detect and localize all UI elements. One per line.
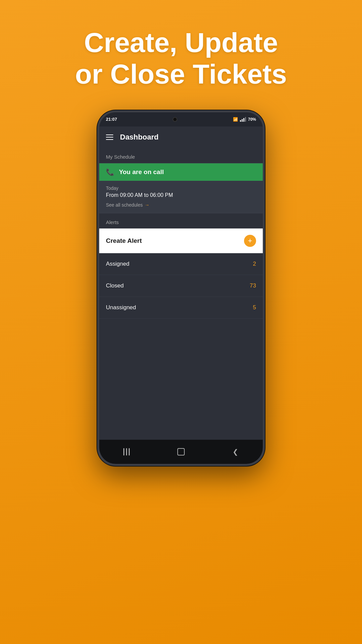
battery-level: 70% xyxy=(248,117,256,122)
status-right: 📶 70% xyxy=(233,117,256,122)
create-alert-card[interactable]: Create Alert + xyxy=(99,228,263,253)
see-all-arrow: → xyxy=(145,202,149,208)
alert-row-unassigned[interactable]: Unassigned 5 xyxy=(99,297,263,319)
on-call-text: You are on call xyxy=(119,168,164,176)
section-label-schedule: My Schedule xyxy=(99,148,263,163)
alert-unassigned-count: 5 xyxy=(253,304,256,311)
status-camera xyxy=(173,117,177,122)
create-alert-plus-button[interactable]: + xyxy=(244,235,256,247)
phone-shell: 21:07 📶 70% Dashboard My Schedule 📞 You … xyxy=(97,110,265,466)
schedule-day: Today xyxy=(106,185,256,191)
see-all-text: See all schedules xyxy=(106,202,143,208)
create-alert-label: Create Alert xyxy=(106,237,142,245)
hero-title: Create, Update or Close Tickets xyxy=(55,27,307,90)
phone-icon: 📞 xyxy=(106,168,114,176)
home-button[interactable] xyxy=(173,445,189,459)
hamburger-menu-button[interactable] xyxy=(106,135,113,140)
alert-unassigned-label: Unassigned xyxy=(106,304,136,311)
app-bar-title: Dashboard xyxy=(120,133,159,142)
alert-assigned-label: Assigned xyxy=(106,261,129,267)
schedule-card: 📞 You are on call Today From 09:00 AM to… xyxy=(99,163,263,213)
recent-apps-button[interactable] xyxy=(118,445,135,459)
status-bar: 21:07 📶 70% xyxy=(99,112,263,126)
on-call-banner[interactable]: 📞 You are on call xyxy=(99,163,263,181)
signal-icon xyxy=(240,117,246,122)
wifi-icon: 📶 xyxy=(233,117,238,122)
app-bar: Dashboard xyxy=(99,126,263,148)
alert-row-assigned[interactable]: Assigned 2 xyxy=(99,253,263,275)
alert-row-closed[interactable]: Closed 73 xyxy=(99,275,263,297)
alert-closed-count: 73 xyxy=(250,282,256,289)
section-label-alerts: Alerts xyxy=(99,213,263,228)
alert-assigned-count: 2 xyxy=(253,261,256,267)
status-time: 21:07 xyxy=(106,117,117,122)
see-all-schedules-link[interactable]: See all schedules → xyxy=(106,202,256,208)
back-button[interactable]: ❮ xyxy=(227,445,244,459)
main-content: My Schedule 📞 You are on call Today From… xyxy=(99,148,263,440)
schedule-time: From 09:00 AM to 06:00 PM xyxy=(106,192,256,198)
bottom-nav: ❮ xyxy=(99,440,263,464)
schedule-details: Today From 09:00 AM to 06:00 PM See all … xyxy=(99,181,263,213)
alert-closed-label: Closed xyxy=(106,282,124,289)
